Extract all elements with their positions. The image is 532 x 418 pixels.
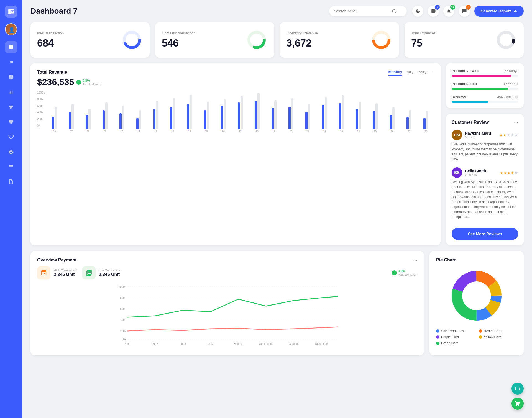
- bar-gray: [308, 104, 310, 129]
- tab-monthly[interactable]: Monthly: [388, 70, 402, 76]
- bar-gray: [88, 109, 91, 129]
- review-avatar-1: HM: [452, 130, 462, 140]
- review-text-2: Dealing with Syamsudin and Bakri was a j…: [452, 179, 518, 219]
- notification-btn[interactable]: 12: [443, 6, 454, 17]
- revenue-more-btn[interactable]: ···: [430, 70, 434, 76]
- bar-x-label: 18: [256, 130, 259, 133]
- metric-bar-reviews: [452, 101, 488, 103]
- sidebar-item-settings[interactable]: [5, 56, 17, 68]
- sidebar-item-heart[interactable]: [5, 116, 17, 128]
- sidebar-logo[interactable]: [5, 6, 17, 18]
- bar-x-label: 09: [104, 130, 106, 133]
- payment-stats: High Transaction 2,346 Unit Low Transact…: [37, 266, 417, 279]
- svg-text:April: April: [125, 342, 130, 345]
- metric-bar-bg-viewed: [452, 75, 518, 77]
- bar-group: 22: [317, 93, 333, 133]
- legend-green: Green Card: [436, 341, 474, 345]
- generate-report-button[interactable]: Generate Report: [474, 6, 524, 17]
- high-transaction-icon: [37, 266, 50, 279]
- bar-gray: [359, 102, 361, 129]
- metric-bar-viewed: [452, 75, 511, 77]
- svg-text:November: November: [315, 342, 328, 345]
- pie-chart-title: Pie Chart: [436, 258, 517, 263]
- svg-text:October: October: [289, 342, 299, 345]
- stat-label-domestic: Domestic transaction: [162, 31, 195, 35]
- metric-name-reviews: Reviews: [452, 95, 466, 99]
- header-icons: 2 12 5 Generate Report: [412, 6, 524, 17]
- bar-group: 07: [63, 93, 79, 133]
- chat-btn[interactable]: 5: [459, 6, 470, 17]
- bar-blue: [423, 118, 426, 129]
- bar-x-label: 21: [306, 130, 309, 133]
- bar-x-label: 28: [424, 130, 427, 133]
- bar-blue: [86, 115, 88, 129]
- legend-dot-purple: [436, 335, 439, 339]
- review-stars-2: ★★★★★: [500, 170, 518, 175]
- bar-x-label: 27: [408, 130, 410, 133]
- bar-chart-inner: 1000k 800k 600k 400k 200k 0k 06 07: [37, 91, 434, 133]
- metric-name-listed: Product Listed: [452, 82, 477, 86]
- user-avatar[interactable]: 👤: [5, 23, 17, 35]
- svg-rect-3: [11, 47, 13, 49]
- bar-blue: [339, 103, 341, 129]
- bar-group: 20: [283, 93, 299, 133]
- sidebar-item-list[interactable]: [5, 161, 17, 173]
- sidebar-item-star[interactable]: [5, 101, 17, 113]
- bar-blue: [52, 117, 54, 129]
- bar-group: 10: [114, 93, 130, 133]
- sidebar-item-analytics[interactable]: [5, 86, 17, 98]
- legend-dot-yellow: [479, 335, 482, 339]
- bar-group: 23: [333, 93, 349, 133]
- review-user-2: BS Bella Smith 20m ago ★★★★★: [452, 167, 518, 178]
- sidebar-item-info[interactable]: [5, 71, 17, 83]
- bar-x-label: 26: [391, 130, 393, 133]
- stat-card-inter: Inter. transaction 684: [30, 22, 150, 58]
- metric-bar-bg-reviews: [452, 101, 518, 103]
- support-float-btn[interactable]: [511, 383, 524, 395]
- bar-blue: [136, 118, 139, 129]
- sidebar-item-dashboard[interactable]: [5, 41, 17, 53]
- svg-rect-1: [11, 45, 13, 47]
- bar-x-label: 24: [357, 130, 360, 133]
- payment-more-btn[interactable]: ···: [413, 258, 417, 263]
- metric-value-listed: 3,456 Unit: [503, 82, 518, 86]
- bar-gray: [122, 106, 124, 129]
- dark-mode-btn[interactable]: [412, 6, 423, 17]
- bar-x-label: 13: [171, 130, 174, 133]
- high-transaction-stat: High Transaction 2,346 Unit: [37, 266, 77, 279]
- tab-daily[interactable]: Daily: [405, 70, 413, 75]
- sidebar-item-document[interactable]: [5, 176, 17, 188]
- bar-x-label: 25: [374, 130, 377, 133]
- wallet-btn[interactable]: 2: [428, 6, 439, 17]
- payment-change-pct: 0,8%: [398, 269, 417, 273]
- review-text-1: I viewed a number of properties with Jus…: [452, 142, 518, 162]
- legend-label-green: Green Card: [441, 341, 459, 345]
- review-name-2: Bella Smith: [465, 169, 486, 173]
- review-avatar-2: BS: [452, 167, 462, 178]
- svg-text:May: May: [153, 342, 158, 345]
- sidebar-item-print[interactable]: [5, 146, 17, 158]
- legend-dot-rented: [479, 329, 482, 333]
- high-transaction-value: 2,346 Unit: [54, 272, 77, 277]
- svg-point-38: [462, 281, 491, 310]
- bar-group: 08: [80, 93, 96, 133]
- donut-domestic: [245, 29, 268, 51]
- see-more-reviews-button[interactable]: See More Reviews: [452, 228, 518, 240]
- tab-today[interactable]: Today: [417, 70, 426, 75]
- legend-purple: Purple Card: [436, 335, 474, 339]
- bar-x-label: 23: [340, 130, 343, 133]
- search-input[interactable]: [334, 9, 390, 13]
- reviews-more-btn[interactable]: ···: [514, 119, 518, 125]
- stat-value-expenses: 75: [411, 37, 436, 49]
- cart-float-btn[interactable]: [511, 398, 524, 410]
- stat-card-expenses: Total Expenses 75: [405, 22, 524, 58]
- donut-revenue: [370, 29, 392, 51]
- line-chart-svg: 1000k 800k 600k 400k 200k 0k April May J…: [37, 284, 417, 348]
- svg-text:September: September: [259, 342, 273, 345]
- metric-product-viewed: Product Viewed 561/days: [452, 69, 518, 77]
- bar-x-label: 14: [188, 130, 191, 133]
- svg-text:June: June: [180, 342, 186, 345]
- svg-rect-2: [9, 47, 11, 49]
- review-stars-1: ★★★★★: [499, 132, 518, 138]
- sidebar-item-heart2[interactable]: [5, 131, 17, 143]
